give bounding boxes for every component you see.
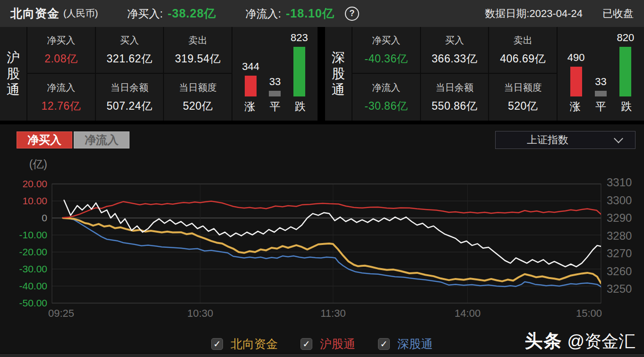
stat-cell: 当日余额550.86亿	[421, 74, 489, 121]
flat-label: 平	[269, 99, 281, 114]
svg-text:(亿): (亿)	[29, 158, 47, 170]
down-label: 跌	[620, 99, 632, 114]
down-bar	[619, 47, 631, 96]
stat-value: 319.54亿	[175, 52, 221, 66]
watermark-brand: 头条	[524, 329, 562, 353]
market-status: 已收盘	[602, 7, 634, 21]
stat-cell: 卖出406.69亿	[489, 27, 558, 74]
legend-label: 北向资金	[231, 336, 278, 352]
stat-value: 366.33亿	[432, 52, 478, 66]
flat-label: 平	[595, 99, 607, 114]
legend-label: 沪股通	[320, 336, 355, 352]
up-label: 涨	[569, 99, 581, 114]
page-title-currency: (人民币)	[63, 7, 98, 20]
stat-cell: 买入321.62亿	[96, 27, 164, 74]
stat-cell: 净流入-30.86亿	[352, 74, 421, 121]
legend-item-shengutong[interactable]: ✓ 深股通	[378, 336, 433, 352]
flat-count: 33	[269, 76, 281, 88]
down-count: 820	[617, 32, 635, 44]
stat-value: -40.36亿	[364, 52, 408, 66]
stat-cell: 当日余额507.24亿	[96, 74, 164, 121]
checkbox-checked-icon[interactable]: ✓	[301, 338, 312, 350]
svg-text:3290: 3290	[607, 211, 632, 224]
stat-cell: 净流入12.76亿	[27, 74, 96, 121]
stat-cell: 当日额度520亿	[164, 74, 232, 121]
stat-label: 当日余额	[111, 81, 148, 94]
stat-value: 550.86亿	[432, 99, 478, 113]
window-bottom-edge	[0, 354, 644, 357]
chevron-down-icon	[614, 134, 623, 143]
panel-shengutong-name: 深 股 通	[325, 27, 352, 121]
panel-hugutong-name: 沪 股 通	[0, 27, 26, 121]
svg-text:3270: 3270	[607, 247, 632, 260]
index-select-dropdown[interactable]: 上证指数	[495, 131, 635, 149]
breadth-chart-hugutong: 344 33 823 涨 平 跌	[232, 27, 318, 121]
stat-value: 406.69亿	[500, 52, 546, 66]
svg-text:-20.00: -20.00	[19, 246, 47, 257]
up-bar	[245, 76, 257, 96]
stat-label: 买入	[120, 34, 139, 47]
net-inflow-label: 净流入:	[246, 7, 281, 21]
stat-label: 当日额度	[179, 81, 217, 94]
down-bar	[293, 47, 305, 96]
svg-text:11:30: 11:30	[320, 307, 345, 319]
chart-section: 净买入 净流入 上证指数 (亿)20.0010.000-10.00-20.00-…	[0, 121, 644, 353]
panel-shengutong: 深 股 通 净买入-40.36亿 买入366.33亿 卖出406.69亿 净流入…	[325, 27, 644, 121]
up-bar	[570, 67, 582, 96]
down-count: 823	[291, 32, 308, 44]
stat-value: 520亿	[183, 99, 213, 113]
svg-text:3250: 3250	[607, 282, 632, 295]
svg-text:14:00: 14:00	[455, 307, 481, 319]
svg-text:-30.00: -30.00	[19, 263, 47, 274]
flat-count: 33	[595, 76, 606, 88]
flat-bar	[269, 91, 281, 96]
data-date: 数据日期:2023-04-24	[485, 7, 583, 21]
stat-label: 卖出	[189, 34, 207, 47]
tab-net-buy[interactable]: 净买入	[17, 131, 72, 148]
svg-text:-10.00: -10.00	[19, 229, 47, 240]
up-count: 490	[567, 52, 585, 64]
svg-text:10:30: 10:30	[187, 307, 213, 319]
stat-label: 当日余额	[436, 81, 473, 94]
down-label: 跌	[294, 99, 306, 114]
checkbox-checked-icon[interactable]: ✓	[211, 338, 223, 350]
chart-tabs: 净买入 净流入	[17, 131, 129, 148]
svg-text:3300: 3300	[607, 194, 632, 207]
up-label: 涨	[244, 99, 256, 114]
stat-cell: 买入366.33亿	[421, 27, 489, 74]
panel-shengutong-stats: 净买入-40.36亿 买入366.33亿 卖出406.69亿 净流入-30.86…	[352, 27, 558, 121]
stat-cell: 卖出319.54亿	[164, 27, 232, 74]
stat-value: 2.08亿	[44, 52, 77, 66]
stat-label: 净流入	[372, 81, 400, 94]
checkbox-checked-icon[interactable]: ✓	[378, 338, 390, 350]
watermark: 头条 @资金汇	[524, 329, 635, 353]
legend-item-hugutong[interactable]: ✓ 沪股通	[301, 336, 355, 352]
panel-hugutong-stats: 净买入2.08亿 买入321.62亿 卖出319.54亿 净流入12.76亿 当…	[26, 27, 232, 121]
stat-label: 卖出	[514, 34, 532, 47]
stat-value: 321.62亿	[107, 52, 153, 66]
top-bar: 北向资金 (人民币) 净买入: -38.28亿 净流入: -18.10亿 ? 数…	[0, 0, 644, 27]
flow-line-chart: (亿)20.0010.000-10.00-20.00-30.00-40.00-5…	[0, 153, 644, 332]
page-title: 北向资金	[10, 6, 60, 21]
svg-text:15:00: 15:00	[576, 307, 602, 319]
stat-value: -30.86亿	[364, 99, 408, 113]
stat-value: 520亿	[508, 99, 538, 113]
stat-label: 净买入	[372, 34, 400, 47]
net-buy-value: -38.28亿	[168, 6, 216, 21]
svg-text:20.00: 20.00	[22, 178, 47, 189]
stat-label: 买入	[445, 34, 464, 47]
stat-cell: 当日额度520亿	[489, 74, 558, 121]
panel-hugutong: 沪 股 通 净买入2.08亿 买入321.62亿 卖出319.54亿 净流入12…	[0, 27, 318, 121]
stat-label: 净买入	[47, 34, 75, 47]
stat-value: 12.76亿	[42, 99, 81, 113]
tab-net-inflow[interactable]: 净流入	[74, 131, 129, 148]
stat-label: 当日额度	[504, 81, 542, 94]
legend-item-beixiang[interactable]: ✓ 北向资金	[211, 336, 278, 352]
net-inflow-value: -18.10亿	[286, 6, 335, 21]
svg-text:3310: 3310	[607, 176, 632, 189]
index-select-value: 上证指数	[527, 133, 615, 147]
help-icon[interactable]: ?	[345, 7, 359, 21]
flat-bar	[595, 91, 607, 96]
svg-text:0: 0	[42, 212, 47, 223]
svg-text:-50.00: -50.00	[19, 297, 47, 308]
